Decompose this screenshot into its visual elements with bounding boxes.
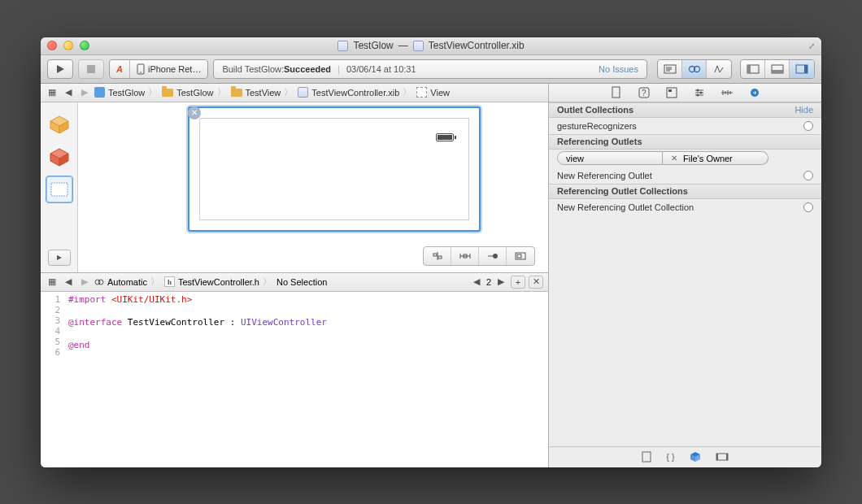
outlet-collections-header: Outlet Collections Hide <box>549 102 821 118</box>
svg-point-36 <box>98 280 103 285</box>
pin-button[interactable] <box>451 247 479 265</box>
svg-marker-23 <box>57 255 62 260</box>
version-editor-button[interactable] <box>707 60 731 78</box>
traffic-lights <box>47 41 89 50</box>
svg-point-32 <box>493 254 498 259</box>
activity-prefix: Build TestGlow: <box>222 64 284 74</box>
automatic-icon <box>94 278 104 286</box>
assistant-mode[interactable]: Automatic〉 <box>94 276 161 288</box>
scheme-selector[interactable]: A A… iPhone Ret… <box>109 59 208 79</box>
files-owner-icon[interactable] <box>46 111 73 138</box>
svg-point-3 <box>140 72 141 73</box>
ib-canvas[interactable]: ✕ <box>78 102 548 272</box>
minimize-window-button[interactable] <box>63 41 73 50</box>
outlet-target-pill: ✕File's Owner <box>663 151 768 165</box>
media-library-tab[interactable] <box>716 453 729 461</box>
app-icon: A <box>116 64 123 74</box>
editor-mode-group <box>657 59 732 79</box>
connection-port-icon[interactable] <box>803 171 813 180</box>
title-sep: — <box>398 40 408 51</box>
align-button[interactable] <box>424 247 451 265</box>
crumb-project[interactable]: TestGlow〉 <box>94 86 159 98</box>
new-referencing-outlet[interactable]: New Referencing Outlet <box>549 167 821 184</box>
folder-icon <box>162 89 173 97</box>
stop-button[interactable] <box>78 59 104 79</box>
battery-icon <box>436 133 454 141</box>
standard-editor-button[interactable] <box>658 60 682 78</box>
expand-outline-button[interactable] <box>48 250 71 266</box>
assistant-file[interactable]: h TestViewController.h〉 <box>164 276 273 288</box>
close-window-button[interactable] <box>47 41 57 50</box>
svg-rect-26 <box>438 256 442 259</box>
referencing-outlets-header: Referencing Outlets <box>549 134 821 150</box>
connection-port-icon[interactable] <box>803 121 813 131</box>
code-editor[interactable]: 123456 #import <UIKit/UIKit.h> @interfac… <box>41 292 548 467</box>
counterpart-prev[interactable]: ◀ <box>470 276 483 289</box>
resizing-button[interactable] <box>507 247 534 265</box>
size-inspector-tab[interactable] <box>720 85 734 100</box>
new-referencing-outlet-collection[interactable]: New Referencing Outlet Collection <box>549 199 821 215</box>
code-body[interactable]: #import <UIKit/UIKit.h> @interface TestV… <box>65 292 327 467</box>
crumb-view[interactable]: View <box>416 87 451 98</box>
gesture-recognizers-outlet[interactable]: gestureRecognizers <box>549 118 821 134</box>
code-snippet-library-tab[interactable]: { } <box>666 452 674 462</box>
file-template-library-tab[interactable] <box>642 451 651 463</box>
related-items-icon[interactable]: ▦ <box>46 276 59 289</box>
identity-inspector-tab[interactable] <box>664 85 679 100</box>
toggle-utilities-button[interactable] <box>790 60 814 78</box>
connection-port-icon[interactable] <box>803 202 813 212</box>
first-responder-icon[interactable] <box>46 143 73 171</box>
crumb-file[interactable]: TestViewController.xib〉 <box>298 86 413 98</box>
counterpart-next[interactable]: ▶ <box>494 276 507 289</box>
toolbar: A A… iPhone Ret… Build TestGlow: Succeed… <box>41 55 821 84</box>
disconnect-icon[interactable]: ✕ <box>671 154 677 163</box>
add-assistant-button[interactable]: + <box>511 276 525 289</box>
attributes-inspector-tab[interactable] <box>692 85 707 100</box>
activity-viewer: Build TestGlow: Succeeded | 03/06/14 at … <box>213 59 647 79</box>
header-file-icon: h <box>164 276 175 287</box>
svg-rect-58 <box>716 454 728 460</box>
uiview-object[interactable]: ✕ <box>188 106 481 232</box>
assistant-editor-button[interactable] <box>682 60 707 78</box>
resolve-issues-button[interactable] <box>479 247 507 265</box>
svg-point-45 <box>696 89 699 91</box>
library-tabs: { } <box>549 446 821 467</box>
quick-help-tab[interactable]: ? <box>637 85 651 100</box>
run-button[interactable] <box>47 59 73 79</box>
svg-rect-1 <box>87 65 95 73</box>
svg-rect-11 <box>747 65 751 73</box>
back-button[interactable]: ◀ <box>62 86 75 99</box>
file-inspector-tab[interactable] <box>609 85 624 100</box>
uiview-content <box>199 118 469 220</box>
fullscreen-icon[interactable]: ⤢ <box>808 41 815 50</box>
svg-point-46 <box>699 91 702 93</box>
svg-marker-0 <box>57 65 64 73</box>
svg-rect-15 <box>804 65 808 73</box>
related-items-icon[interactable]: ▦ <box>46 86 59 99</box>
zoom-window-button[interactable] <box>80 41 89 50</box>
view-connection-row[interactable]: view ✕File's Owner <box>549 150 821 167</box>
no-issues-label[interactable]: No Issues <box>599 64 638 74</box>
connections-inspector-tab[interactable] <box>747 85 762 100</box>
forward-button[interactable]: ▶ <box>78 276 91 289</box>
object-library-tab[interactable] <box>690 451 701 463</box>
crumb-group-2[interactable]: TestView〉 <box>231 86 295 98</box>
referencing-outlet-collections-header: Referencing Outlet Collections <box>549 184 821 199</box>
assistant-selection[interactable]: No Selection <box>276 277 329 287</box>
crumb-group-1[interactable]: TestGlow〉 <box>162 86 227 98</box>
activity-status: Succeeded <box>284 64 331 74</box>
hide-link[interactable]: Hide <box>795 105 813 115</box>
toggle-navigator-button[interactable] <box>741 60 765 78</box>
forward-button[interactable]: ▶ <box>78 86 91 99</box>
canvas-layout-bar <box>423 246 535 266</box>
counterpart-index: 2 <box>486 277 491 287</box>
toggle-debug-button[interactable] <box>765 60 790 78</box>
view-icon <box>416 87 427 98</box>
close-assistant-button[interactable]: ✕ <box>529 276 543 289</box>
back-button[interactable]: ◀ <box>62 276 75 289</box>
titlebar: TestGlow — TestViewController.xib ⤢ <box>41 37 821 55</box>
view-object-icon[interactable] <box>46 176 73 203</box>
ib-editor: ✕ <box>41 102 548 272</box>
assistant-editor: ▦ ◀ ▶ Automatic〉 h TestViewController.h〉… <box>41 272 548 467</box>
svg-text:?: ? <box>642 89 646 98</box>
